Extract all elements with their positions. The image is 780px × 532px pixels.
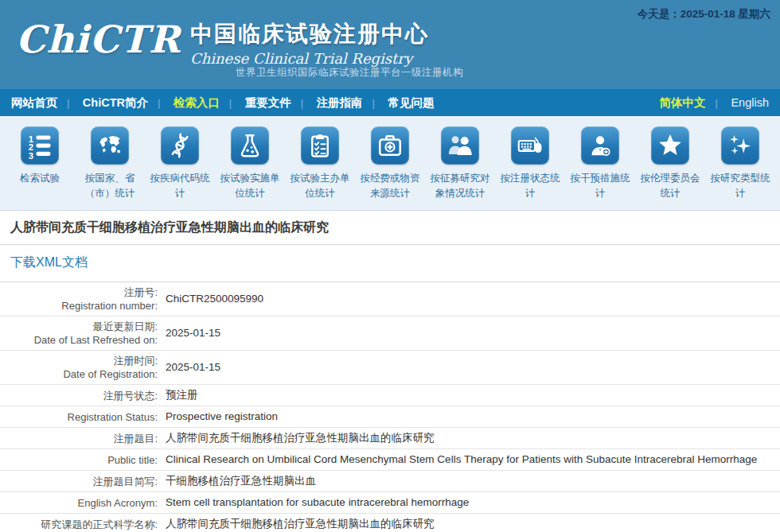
lang-option[interactable]: English	[706, 95, 769, 110]
download-xml-link[interactable]: 下载XML文档	[10, 255, 88, 269]
toolbar-item-label: 按研究类型统计	[706, 171, 774, 202]
site-title-cn: 中国临床试验注册中心	[190, 19, 429, 49]
row-labels: Public title:	[0, 453, 158, 467]
row-label-en: Public title:	[0, 453, 158, 467]
table-row: 注册号状态: 预注册	[0, 385, 780, 406]
row-label-en: Registration Status:	[0, 410, 158, 424]
site-title-en: Chinese Clinical Trial Registry	[190, 50, 429, 67]
toolbar-item[interactable]: 按干预措施统计	[565, 126, 635, 210]
lang-option-link[interactable]: English	[731, 96, 769, 109]
star-icon	[656, 131, 684, 160]
row-value: 人脐带间充质干细胞移植治疗亚急性期脑出血的临床研究	[158, 517, 435, 531]
row-labels: 注册题目简写:	[0, 475, 158, 488]
dna-icon	[166, 131, 194, 160]
download-xml-row: 下载XML文档	[0, 245, 780, 282]
row-labels: English Acronym:	[0, 496, 158, 510]
toolbar-icon-tile[interactable]	[371, 126, 409, 165]
main-nav: 网站首页 ChiCTR简介 检索入口 重要文件 注册指南 常见问题	[0, 89, 780, 116]
row-value: 干细胞移植治疗亚急性期脑出血	[158, 474, 316, 488]
toolbar-item-label: 按试验实施单位统计	[216, 171, 284, 202]
row-label-en: English Acronym:	[0, 496, 158, 510]
flask-icon	[236, 131, 264, 160]
toolbar-item-label: 检索试验	[6, 171, 74, 186]
table-row: 注册号: Registration number: ChiCTR25000959…	[0, 282, 780, 316]
row-labels: 注册时间: Date of Registration:	[0, 354, 158, 381]
row-label-cn: 研究课题的正式科学名称:	[0, 518, 158, 531]
toolbar-item[interactable]: 按研究类型统计	[705, 126, 775, 210]
row-label-en: Date of Last Refreshed on:	[0, 333, 158, 347]
toolbar-item-label: 按经费或物资来源统计	[356, 171, 424, 202]
toolbar-item[interactable]: 按疾病代码统计	[145, 126, 215, 210]
toolbar-item[interactable]: 按试验实施单位统计	[215, 126, 285, 210]
toolbar-item[interactable]: 按注册状态统计	[495, 126, 565, 210]
toolbar-item-label: 按干预措施统计	[566, 171, 634, 202]
lang-option[interactable]: 简体中文	[660, 95, 706, 111]
nav-item[interactable]: 注册指南	[291, 95, 363, 111]
toolbar-icon-tile[interactable]	[511, 126, 549, 165]
toolbar-item[interactable]: 检索试验	[5, 126, 75, 210]
lang-option-link[interactable]: 简体中文	[660, 96, 706, 109]
toolbar-icon-tile[interactable]	[651, 126, 689, 165]
row-label-en: Registration number:	[0, 299, 158, 313]
doctor-icon	[586, 131, 614, 160]
nav-item[interactable]: 常见问题	[363, 95, 435, 111]
toolbar-icon-tile[interactable]	[91, 126, 129, 165]
toolbar-item[interactable]: 按国家、省（市）统计	[75, 126, 145, 210]
toolbar-item-label: 按国家、省（市）统计	[76, 171, 144, 202]
chictr-logo: ChiCTR	[16, 16, 181, 64]
table-row: English Acronym: Stem cell transplantati…	[0, 492, 780, 514]
row-labels: 注册题目:	[0, 432, 158, 445]
row-labels: 研究课题的正式科学名称:	[0, 518, 158, 531]
clipboard-icon	[306, 131, 334, 160]
toolbar-item-label: 按试验主办单位统计	[286, 171, 354, 202]
nav-item-link[interactable]: 注册指南	[317, 96, 363, 109]
nav-menu: 网站首页 ChiCTR简介 检索入口 重要文件 注册指南 常见问题	[11, 95, 434, 111]
numbered-list-icon	[25, 131, 54, 160]
nav-item-link[interactable]: 常见问题	[388, 96, 434, 109]
row-label-cn: 注册题目:	[0, 432, 158, 445]
nav-item[interactable]: 网站首页	[11, 95, 57, 111]
world-map-icon	[96, 131, 124, 160]
toolbar-item-label: 按伦理委员会统计	[636, 171, 704, 202]
toolbar-icon-tile[interactable]	[161, 126, 199, 165]
table-row: 注册时间: Date of Registration: 2025-01-15	[0, 351, 780, 385]
nav-item-link[interactable]: 检索入口	[174, 96, 220, 109]
nav-item[interactable]: 检索入口	[148, 95, 220, 111]
page-title: 人脐带间充质干细胞移植治疗亚急性期脑出血的临床研究	[0, 211, 780, 245]
keyboard-mouse-icon	[516, 131, 544, 160]
row-label-cn: 注册题目简写:	[0, 475, 158, 488]
row-value: Stem cell transplantation for subacute i…	[158, 495, 469, 510]
toolbar-item[interactable]: 按伦理委员会统计	[635, 126, 705, 210]
table-row: 研究课题的正式科学名称: 人脐带间充质干细胞移植治疗亚急性期脑出血的临床研究	[0, 514, 780, 532]
nav-item-link[interactable]: ChiCTR简介	[83, 96, 148, 109]
row-value: 人脐带间充质干细胞移植治疗亚急性期脑出血的临床研究	[158, 431, 435, 445]
statistics-toolbar: 检索试验 按国家、省（市）统计 按疾病代码统计 按试验实施单位统计	[0, 116, 780, 211]
current-date: 今天是：2025-01-18 星期六	[638, 7, 770, 21]
site-subtitle: 世界卫生组织国际临床试验注册平台一级注册机构	[236, 66, 463, 80]
nav-item-link[interactable]: 重要文件	[245, 96, 291, 109]
table-row: 注册题目简写: 干细胞移植治疗亚急性期脑出血	[0, 471, 780, 492]
toolbar-icon-tile[interactable]	[301, 126, 339, 165]
nav-item[interactable]: 重要文件	[220, 95, 291, 111]
toolbar-item[interactable]: 按征募研究对象情况统计	[425, 126, 495, 210]
table-row: 注册题目: 人脐带间充质干细胞移植治疗亚急性期脑出血的临床研究	[0, 428, 780, 449]
row-labels: 注册号状态:	[0, 389, 158, 402]
site-brand[interactable]: ChiCTR 中国临床试验注册中心 Chinese Clinical Trial…	[16, 16, 429, 67]
toolbar-item[interactable]: 按试验主办单位统计	[285, 126, 355, 210]
toolbar-icon-tile[interactable]	[21, 126, 59, 165]
toolbar-icon-tile[interactable]	[231, 126, 269, 165]
row-label-cn: 注册号状态:	[0, 389, 158, 402]
toolbar-item-label: 按征募研究对象情况统计	[426, 171, 494, 202]
table-row: Registration Status: Prospective registr…	[0, 406, 780, 428]
row-labels: 注册号: Registration number:	[0, 285, 158, 313]
toolbar-icon-tile[interactable]	[581, 126, 619, 165]
toolbar-icon-tile[interactable]	[441, 126, 479, 165]
row-label-cn: 注册时间:	[0, 354, 158, 367]
nav-item[interactable]: ChiCTR简介	[57, 95, 148, 111]
nav-item-link[interactable]: 网站首页	[11, 96, 57, 109]
row-labels: Registration Status:	[0, 410, 158, 424]
site-header: 今天是：2025-01-18 星期六 ChiCTR 中国临床试验注册中心 Chi…	[0, 0, 780, 89]
toolbar-icon-tile[interactable]	[721, 126, 759, 165]
toolbar-item[interactable]: 按经费或物资来源统计	[355, 126, 425, 210]
row-label-en: Date of Registration:	[0, 367, 158, 381]
